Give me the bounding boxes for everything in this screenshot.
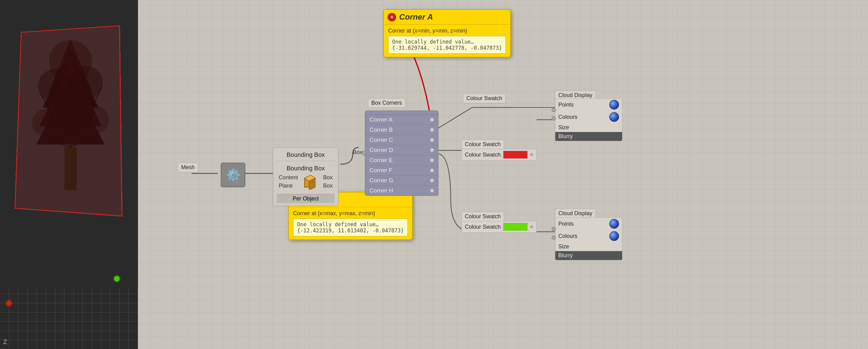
colour-swatch-top-node: Colour Swatch xyxy=(461,140,504,149)
cloud-top-blurry-label: Blurry xyxy=(558,133,573,140)
tooltip-a-code: One locally defined value… {-31.629744, … xyxy=(388,36,506,54)
cloud-top-colours: Colours xyxy=(555,111,622,123)
corner-b-label: Corner B xyxy=(369,126,393,133)
input-plane: Plane xyxy=(279,183,298,189)
corner-a-port xyxy=(430,118,434,121)
cloud-display-top-node[interactable]: Points Colours Size Blurry xyxy=(555,98,622,141)
box-icon xyxy=(303,174,318,190)
cloud-top-input2 xyxy=(552,116,556,121)
corner-d-port xyxy=(430,148,434,152)
3d-viewport[interactable]: Z xyxy=(0,0,138,349)
corner-h-row: Corner H xyxy=(365,186,438,196)
colour-swatch-label-bottom: Colour Swatch xyxy=(461,212,504,221)
colour-swatch-green-node[interactable]: Colour Swatch xyxy=(461,221,536,233)
output-box2: Box xyxy=(323,183,333,189)
tooltip-a-header: × Corner A xyxy=(384,10,510,25)
swatch-green-port xyxy=(530,225,533,228)
box-corners-title xyxy=(365,111,438,115)
tree-svg xyxy=(25,31,117,200)
swatch-green[interactable] xyxy=(503,223,528,231)
corner-b-row: Corner B xyxy=(365,125,438,135)
bounding-box-label: Bounding Box xyxy=(277,164,335,174)
cloud-bottom-size-label: Size xyxy=(558,243,569,250)
tooltip-a-close[interactable]: × xyxy=(388,13,396,22)
box-corners-header-text: Box Corners xyxy=(368,98,405,108)
gear-icon: ⚙️ xyxy=(226,168,240,182)
cloud-bottom-size: Size xyxy=(555,242,622,251)
corner-g-row: Corner G xyxy=(365,176,438,186)
globe-icon-bottom-colours xyxy=(609,231,619,241)
swatch-red-port xyxy=(530,153,533,156)
colour-swatch-green-label: Colour Swatch xyxy=(465,224,501,230)
bounding-box-footer: Per Object xyxy=(277,194,335,203)
mesh-label: Mesh xyxy=(178,163,198,172)
colour-swatch-red-label: Colour Swatch xyxy=(465,152,501,158)
cloud-display-bottom-header-label: Cloud Display xyxy=(555,209,596,218)
colour-swatch-label-above: Colour Swatch xyxy=(461,140,504,149)
viewport-grid xyxy=(0,288,138,349)
globe-icon-top-colours xyxy=(609,112,619,122)
corner-c-port xyxy=(430,138,434,142)
dot-green xyxy=(114,276,120,282)
tree-container xyxy=(9,16,129,245)
corner-d-label: Corner D xyxy=(369,147,393,153)
cloud-top-blurry: Blurry xyxy=(555,132,622,141)
gear-node[interactable]: ⚙️ xyxy=(221,163,245,187)
corner-g-port xyxy=(430,179,434,182)
cloud-display-bottom-label: Cloud Display xyxy=(555,209,596,218)
box-corners-header-label: Box Corners xyxy=(368,98,405,108)
corner-f-label: Corner F xyxy=(369,167,393,174)
cloud-top-points: Points xyxy=(555,98,622,111)
corner-e-label: Corner E xyxy=(369,157,393,164)
input-content: Content xyxy=(279,174,298,181)
corner-f-row: Corner F xyxy=(365,166,438,176)
corner-b-port xyxy=(430,128,434,132)
svg-rect-0 xyxy=(64,147,76,190)
cloud-bottom-colours: Colours xyxy=(555,230,622,242)
corner-c-row: Corner C xyxy=(365,135,438,145)
globe-icon-top-points xyxy=(609,100,619,110)
swatch-red[interactable] xyxy=(503,151,528,159)
corner-a-label: Corner A xyxy=(369,116,393,123)
cloud-bottom-colours-right xyxy=(609,231,619,241)
tooltip-a-description: Corner at {x=min, y=min, z=min} xyxy=(388,28,506,34)
cloud-bottom-points: Points xyxy=(555,217,622,230)
cloud-bottom-points-right xyxy=(609,219,619,229)
node-graph[interactable]: × Corner A Corner at {x=min, y=min, z=mi… xyxy=(138,0,868,349)
cloud-bottom-blurry-label: Blurry xyxy=(558,252,573,259)
corner-d-row: Corner D xyxy=(365,145,438,155)
corner-f-port xyxy=(430,169,434,172)
cloud-display-bottom-node[interactable]: Points Colours Size Blurry xyxy=(555,217,622,260)
box-corners-node[interactable]: Corner A Corner B Corner C Corner D Corn… xyxy=(365,111,438,196)
cloud-bottom-input1 xyxy=(552,227,556,231)
cloud-bottom-points-label: Points xyxy=(558,221,574,227)
globe-icon-bottom-points xyxy=(609,219,619,229)
tooltip-c-description: Corner at {x=max, y=max, z=min} xyxy=(293,210,408,217)
output-box1: Box xyxy=(323,174,333,181)
corner-c-label: Corner C xyxy=(369,137,393,143)
svg-point-18 xyxy=(46,83,95,132)
cloud-top-size: Size xyxy=(555,123,622,132)
tooltip-a-title: Corner A xyxy=(399,12,433,22)
corner-e-port xyxy=(430,158,434,162)
box-corners-input-port xyxy=(362,151,366,155)
cloud-top-colours-right xyxy=(609,112,619,122)
z-axis-label: Z xyxy=(3,338,7,346)
cloud-top-input1 xyxy=(552,108,556,112)
bounding-box-node[interactable]: Bounding Box Bounding Box Content Plane … xyxy=(273,147,339,206)
box-input-label: Box xyxy=(352,149,363,156)
colour-swatch-top2-label-node: Colour Swatch xyxy=(463,94,505,103)
tooltip-c-code: One locally defined value… {-12.422319, … xyxy=(293,219,408,236)
tooltip-a-body: Corner at {x=min, y=min, z=min} One loca… xyxy=(384,25,510,57)
colour-swatch-red-node[interactable]: Colour Swatch xyxy=(461,149,536,161)
corner-a-row: Corner A xyxy=(365,115,438,125)
corner-e-row: Corner E xyxy=(365,155,438,166)
tooltip-c-body: Corner at {x=max, y=max, z=min} One loca… xyxy=(289,207,412,239)
cloud-top-size-label: Size xyxy=(558,124,569,131)
bounding-box-title: Bounding Box xyxy=(277,150,335,161)
mesh-node[interactable]: Mesh xyxy=(178,163,198,172)
cloud-top-points-label: Points xyxy=(558,101,574,108)
cloud-bottom-input2 xyxy=(552,235,556,240)
cloud-top-points-right xyxy=(609,100,619,110)
corner-a-tooltip: × Corner A Corner at {x=min, y=min, z=mi… xyxy=(383,9,511,57)
